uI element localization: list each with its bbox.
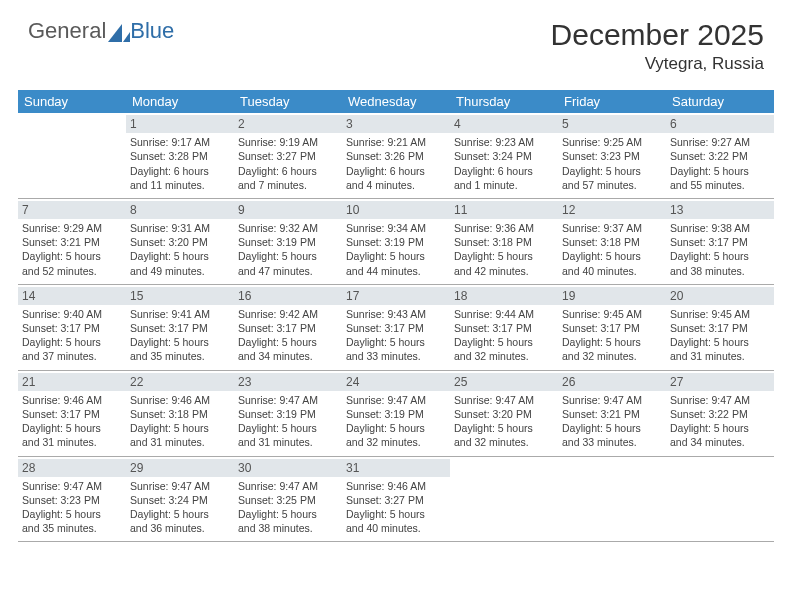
calendar: Sunday Monday Tuesday Wednesday Thursday… [18,90,774,542]
daylight-text-1: Daylight: 5 hours [562,164,662,178]
daylight-text-2: and 38 minutes. [670,264,770,278]
daylight-text-2: and 11 minutes. [130,178,230,192]
sunrise-text: Sunrise: 9:32 AM [238,221,338,235]
day-number: 16 [234,287,342,305]
daylight-text-1: Daylight: 5 hours [454,249,554,263]
sunset-text: Sunset: 3:17 PM [130,321,230,335]
daylight-text-2: and 32 minutes. [454,349,554,363]
day-number: 23 [234,373,342,391]
logo-text-blue: Blue [130,18,174,44]
day-number: 15 [126,287,234,305]
sunrise-text: Sunrise: 9:47 AM [238,479,338,493]
calendar-cell: 22Sunrise: 9:46 AMSunset: 3:18 PMDayligh… [126,371,234,456]
calendar-cell: 20Sunrise: 9:45 AMSunset: 3:17 PMDayligh… [666,285,774,370]
dayname-sunday: Sunday [18,90,126,113]
calendar-cell: 29Sunrise: 9:47 AMSunset: 3:24 PMDayligh… [126,457,234,542]
daylight-text-1: Daylight: 5 hours [346,507,446,521]
daylight-text-2: and 34 minutes. [238,349,338,363]
sunrise-text: Sunrise: 9:17 AM [130,135,230,149]
day-number: 5 [558,115,666,133]
sunset-text: Sunset: 3:17 PM [22,321,122,335]
daylight-text-2: and 4 minutes. [346,178,446,192]
sunrise-text: Sunrise: 9:45 AM [670,307,770,321]
calendar-week: 14Sunrise: 9:40 AMSunset: 3:17 PMDayligh… [18,285,774,371]
calendar-cell: 19Sunrise: 9:45 AMSunset: 3:17 PMDayligh… [558,285,666,370]
daylight-text-1: Daylight: 5 hours [22,507,122,521]
sunset-text: Sunset: 3:27 PM [238,149,338,163]
calendar-week: 1Sunrise: 9:17 AMSunset: 3:28 PMDaylight… [18,113,774,199]
sunset-text: Sunset: 3:24 PM [454,149,554,163]
sunrise-text: Sunrise: 9:47 AM [238,393,338,407]
daylight-text-1: Daylight: 5 hours [562,335,662,349]
sunrise-text: Sunrise: 9:23 AM [454,135,554,149]
daylight-text-2: and 32 minutes. [346,435,446,449]
logo: General Blue [28,18,174,44]
sunrise-text: Sunrise: 9:43 AM [346,307,446,321]
day-number: 25 [450,373,558,391]
calendar-cell: 8Sunrise: 9:31 AMSunset: 3:20 PMDaylight… [126,199,234,284]
calendar-cell: 16Sunrise: 9:42 AMSunset: 3:17 PMDayligh… [234,285,342,370]
daylight-text-1: Daylight: 5 hours [454,335,554,349]
day-number: 21 [18,373,126,391]
sunset-text: Sunset: 3:21 PM [562,407,662,421]
calendar-cell [666,457,774,542]
sunset-text: Sunset: 3:23 PM [562,149,662,163]
dayname-monday: Monday [126,90,234,113]
daylight-text-2: and 37 minutes. [22,349,122,363]
sunrise-text: Sunrise: 9:31 AM [130,221,230,235]
sunrise-text: Sunrise: 9:29 AM [22,221,122,235]
day-number: 4 [450,115,558,133]
day-number: 3 [342,115,450,133]
day-number: 27 [666,373,774,391]
svg-marker-0 [108,24,122,42]
daylight-text-1: Daylight: 6 hours [454,164,554,178]
calendar-cell: 4Sunrise: 9:23 AMSunset: 3:24 PMDaylight… [450,113,558,198]
sunset-text: Sunset: 3:22 PM [670,407,770,421]
dayname-row: Sunday Monday Tuesday Wednesday Thursday… [18,90,774,113]
sunrise-text: Sunrise: 9:46 AM [346,479,446,493]
calendar-week: 7Sunrise: 9:29 AMSunset: 3:21 PMDaylight… [18,199,774,285]
sunrise-text: Sunrise: 9:47 AM [346,393,446,407]
calendar-cell: 17Sunrise: 9:43 AMSunset: 3:17 PMDayligh… [342,285,450,370]
sunset-text: Sunset: 3:23 PM [22,493,122,507]
daylight-text-1: Daylight: 5 hours [562,421,662,435]
sunset-text: Sunset: 3:19 PM [346,407,446,421]
daylight-text-1: Daylight: 5 hours [238,249,338,263]
sunset-text: Sunset: 3:19 PM [346,235,446,249]
sunrise-text: Sunrise: 9:21 AM [346,135,446,149]
sunset-text: Sunset: 3:25 PM [238,493,338,507]
dayname-thursday: Thursday [450,90,558,113]
daylight-text-1: Daylight: 5 hours [238,507,338,521]
calendar-cell: 14Sunrise: 9:40 AMSunset: 3:17 PMDayligh… [18,285,126,370]
calendar-cell: 6Sunrise: 9:27 AMSunset: 3:22 PMDaylight… [666,113,774,198]
sunset-text: Sunset: 3:17 PM [22,407,122,421]
sunrise-text: Sunrise: 9:38 AM [670,221,770,235]
daylight-text-2: and 40 minutes. [346,521,446,535]
sunset-text: Sunset: 3:21 PM [22,235,122,249]
calendar-cell: 3Sunrise: 9:21 AMSunset: 3:26 PMDaylight… [342,113,450,198]
calendar-cell: 18Sunrise: 9:44 AMSunset: 3:17 PMDayligh… [450,285,558,370]
daylight-text-2: and 33 minutes. [346,349,446,363]
calendar-cell: 23Sunrise: 9:47 AMSunset: 3:19 PMDayligh… [234,371,342,456]
calendar-cell: 10Sunrise: 9:34 AMSunset: 3:19 PMDayligh… [342,199,450,284]
calendar-cell [558,457,666,542]
title-block: December 2025 Vytegra, Russia [551,18,764,74]
daylight-text-2: and 49 minutes. [130,264,230,278]
day-number: 7 [18,201,126,219]
calendar-cell: 26Sunrise: 9:47 AMSunset: 3:21 PMDayligh… [558,371,666,456]
sunset-text: Sunset: 3:17 PM [670,321,770,335]
daylight-text-2: and 33 minutes. [562,435,662,449]
sunrise-text: Sunrise: 9:37 AM [562,221,662,235]
sunrise-text: Sunrise: 9:47 AM [562,393,662,407]
daylight-text-2: and 44 minutes. [346,264,446,278]
day-number: 2 [234,115,342,133]
daylight-text-1: Daylight: 5 hours [670,421,770,435]
sunset-text: Sunset: 3:18 PM [454,235,554,249]
sunset-text: Sunset: 3:17 PM [670,235,770,249]
dayname-friday: Friday [558,90,666,113]
day-number: 22 [126,373,234,391]
daylight-text-1: Daylight: 5 hours [346,421,446,435]
day-number: 1 [126,115,234,133]
daylight-text-2: and 7 minutes. [238,178,338,192]
day-number: 10 [342,201,450,219]
